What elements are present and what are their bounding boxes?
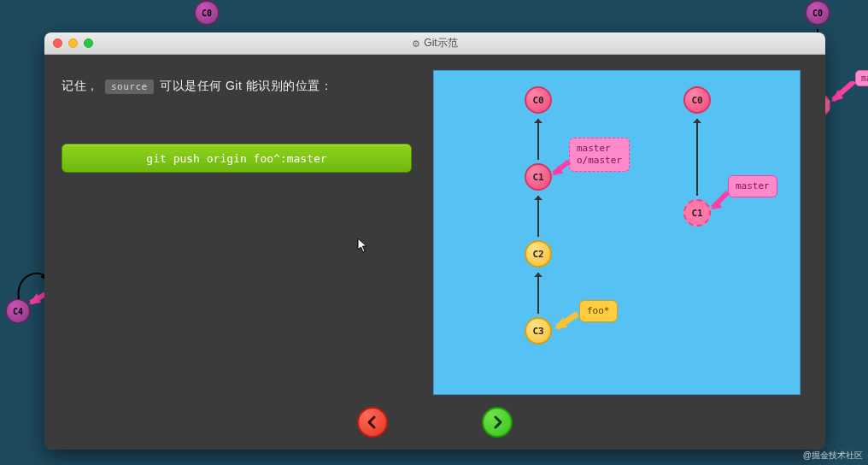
tag-line-master: master <box>577 143 622 155</box>
tag-line-omaster: o/master <box>577 155 622 167</box>
node-local-c0: C0 <box>525 86 552 114</box>
window-title: Git示范 <box>44 36 825 50</box>
edge-c2-c1 <box>537 196 539 237</box>
node-local-c3: C3 <box>525 317 552 344</box>
prompt-pre: 记住， <box>62 79 99 92</box>
gear-icon <box>412 38 420 50</box>
tag-master-omaster: master o/master <box>569 138 630 172</box>
arrow-master-to-c1 <box>548 160 574 182</box>
arrow-foo-to-c3 <box>550 312 583 336</box>
left-pane: 记住， source 可以是任何 Git 能识别的位置： git push or… <box>44 55 433 450</box>
prev-button[interactable] <box>357 407 388 438</box>
git-graph-canvas: C0 C1 C2 C3 master o/master foo* C0 C1 <box>433 70 801 395</box>
prompt-post: 可以是任何 Git 能识别的位置： <box>160 79 332 92</box>
git-demo-modal: Git示范 记住， source 可以是任何 Git 能识别的位置： git p… <box>44 32 825 450</box>
source-chip: source <box>105 79 154 94</box>
title-text: Git示范 <box>424 36 457 50</box>
arrow-remote-master-to-c1 <box>707 191 733 216</box>
bg-commit-c0-right: C0 <box>805 0 830 26</box>
prompt-text: 记住， source 可以是任何 Git 能识别的位置： <box>62 79 416 94</box>
mouse-cursor <box>357 238 369 253</box>
titlebar[interactable]: Git示范 <box>44 32 825 55</box>
nav-buttons <box>44 407 825 438</box>
edge-c1-c0 <box>537 119 539 160</box>
edge-remote-c1-c0 <box>696 119 698 196</box>
right-pane: C0 C1 C2 C3 master o/master foo* C0 C1 <box>433 55 825 450</box>
tag-foo: foo* <box>579 300 618 322</box>
edge-c3-c2 <box>537 273 539 314</box>
node-local-c2: C2 <box>525 240 552 268</box>
node-remote-c0: C0 <box>683 86 711 114</box>
arrow-right-icon <box>490 415 505 430</box>
bg-commit-c0: C0 <box>194 0 220 26</box>
bg-arrow-right <box>829 81 863 115</box>
arrow-left-icon <box>365 415 380 430</box>
next-button[interactable] <box>482 407 513 438</box>
tag-remote-master: master <box>728 175 777 197</box>
command-bar[interactable]: git push origin foo^:master <box>62 144 412 173</box>
watermark: @掘金技术社区 <box>803 450 863 462</box>
